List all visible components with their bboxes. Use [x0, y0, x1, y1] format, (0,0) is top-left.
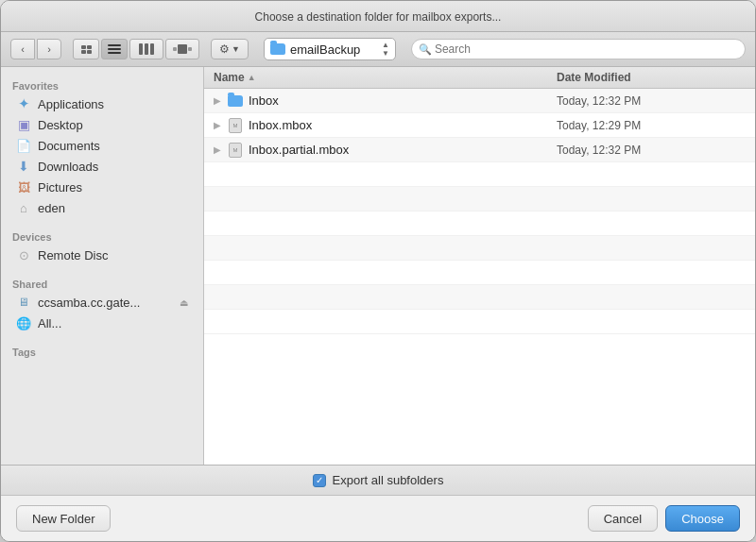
sidebar-item-all-label: All... — [38, 316, 61, 330]
sidebar-item-downloads-label: Downloads — [38, 160, 98, 174]
sidebar-item-applications[interactable]: ✦ Applications — [5, 93, 199, 114]
sidebar-item-desktop-label: Desktop — [38, 118, 83, 132]
main-content: Favorites ✦ Applications ▣ Desktop 📄 Doc… — [1, 67, 755, 465]
list-view-button[interactable] — [101, 39, 128, 59]
file-chooser-dialog: Choose a destination folder for mailbox … — [0, 0, 756, 542]
globe-icon: 🌐 — [16, 315, 31, 330]
folder-icon-small — [228, 95, 243, 107]
cancel-button[interactable]: Cancel — [588, 505, 658, 532]
expand-arrow[interactable]: ▶ — [214, 144, 227, 155]
mbox-icon: M — [229, 118, 242, 133]
file-icon — [227, 93, 244, 109]
date-column-label: Date Modified — [557, 71, 631, 84]
action-button[interactable]: ⚙ ▼ — [211, 39, 249, 59]
export-subfolders-checkbox[interactable]: ✓ — [313, 474, 326, 487]
table-row[interactable]: ▶ M Inbox.partial.mbox Today, 12:32 PM — [204, 138, 755, 162]
table-row-empty — [204, 236, 755, 261]
pictures-icon: 🖼 — [16, 179, 31, 195]
nav-buttons: ‹ › — [10, 39, 61, 59]
expand-arrow[interactable]: ▶ — [214, 95, 227, 106]
sidebar-item-eden-label: eden — [38, 201, 65, 215]
right-buttons: Cancel Choose — [588, 505, 740, 532]
folder-chevrons: ▲ ▼ — [382, 42, 389, 58]
column-view-button[interactable] — [129, 39, 163, 59]
network-icon: 🖥 — [16, 295, 31, 310]
expand-arrow[interactable]: ▶ — [214, 120, 227, 130]
home-icon: ⌂ — [16, 200, 31, 215]
sidebar: Favorites ✦ Applications ▣ Desktop 📄 Doc… — [1, 67, 204, 465]
current-folder-name: emailBackup — [290, 42, 360, 57]
checkbox-row: ✓ Export all subfolders — [313, 473, 444, 487]
sidebar-item-ccsamba-label: ccsamba.cc.gate... — [38, 296, 140, 310]
devices-header: Devices — [1, 226, 203, 245]
apps-icon: ✦ — [16, 96, 31, 111]
sidebar-item-documents-label: Documents — [38, 139, 100, 153]
sidebar-item-pictures-label: Pictures — [38, 180, 82, 195]
table-row[interactable]: ▶ M Inbox.mbox Today, 12:29 PM — [204, 113, 755, 138]
search-wrapper: 🔍 — [411, 39, 746, 59]
sort-arrow: ▲ — [248, 73, 256, 82]
file-date: Today, 12:32 PM — [557, 94, 746, 108]
file-icon: M — [227, 118, 244, 133]
table-row[interactable]: ▶ Inbox Today, 12:32 PM — [204, 89, 755, 113]
table-row-empty — [204, 162, 755, 187]
list-view-icon — [106, 42, 123, 56]
forward-button[interactable]: › — [37, 39, 61, 59]
file-name: Inbox — [249, 93, 557, 108]
downloads-icon: ⬇ — [16, 159, 31, 174]
sidebar-item-applications-label: Applications — [38, 97, 104, 111]
file-name: Inbox.mbox — [249, 118, 557, 132]
view-buttons — [73, 39, 199, 59]
cover-flow-icon — [171, 42, 194, 56]
export-subfolders-label: Export all subfolders — [333, 473, 444, 487]
back-button[interactable]: ‹ — [10, 39, 35, 59]
sidebar-item-ccsamba[interactable]: 🖥 ccsamba.cc.gate... ⏏ — [5, 292, 199, 313]
file-browser: Name ▲ Date Modified ▶ Inbox Today, 12:3… — [204, 67, 755, 465]
gear-icon: ⚙ — [219, 42, 230, 56]
date-column-header[interactable]: Date Modified — [557, 71, 746, 84]
sidebar-item-desktop[interactable]: ▣ Desktop — [5, 114, 199, 135]
new-folder-button[interactable]: New Folder — [16, 505, 111, 532]
choose-button[interactable]: Choose — [665, 505, 740, 532]
eject-icon[interactable]: ⏏ — [180, 297, 188, 308]
table-row-empty — [204, 187, 755, 212]
sidebar-item-remote-disc[interactable]: ⊙ Remote Disc — [5, 245, 199, 265]
file-date: Today, 12:32 PM — [557, 144, 746, 157]
icon-view-icon — [79, 43, 94, 56]
sidebar-item-remote-disc-label: Remote Disc — [38, 248, 108, 263]
folder-selector[interactable]: emailBackup ▲ ▼ — [264, 38, 396, 60]
cover-flow-button[interactable] — [165, 39, 199, 59]
sidebar-item-all[interactable]: 🌐 All... — [5, 313, 199, 333]
name-column-header[interactable]: Name ▲ — [214, 71, 557, 84]
documents-icon: 📄 — [16, 138, 31, 153]
mbox-icon: M — [229, 143, 242, 158]
toolbar: ‹ › — [1, 32, 755, 67]
file-name: Inbox.partial.mbox — [249, 143, 557, 157]
button-row: New Folder Cancel Choose — [1, 495, 755, 541]
search-input[interactable] — [411, 39, 746, 59]
shared-header: Shared — [1, 273, 203, 292]
favorites-header: Favorites — [1, 75, 203, 93]
table-row-empty — [204, 310, 755, 334]
export-options-bar: ✓ Export all subfolders — [1, 465, 755, 495]
disc-icon: ⊙ — [16, 247, 31, 263]
dialog-title: Choose a destination folder for mailbox … — [255, 10, 502, 24]
action-chevron: ▼ — [232, 44, 240, 54]
tags-header: Tags — [1, 341, 203, 360]
folder-icon — [270, 43, 285, 55]
table-row-empty — [204, 261, 755, 285]
file-list-header: Name ▲ Date Modified — [204, 67, 755, 89]
sidebar-item-eden[interactable]: ⌂ eden — [5, 197, 199, 218]
search-icon: 🔍 — [419, 43, 432, 56]
icon-view-button[interactable] — [73, 39, 99, 59]
title-bar: Choose a destination folder for mailbox … — [1, 1, 755, 32]
desktop-icon: ▣ — [16, 117, 31, 132]
file-date: Today, 12:29 PM — [557, 119, 746, 132]
sidebar-item-documents[interactable]: 📄 Documents — [5, 135, 199, 156]
name-column-label: Name — [214, 71, 245, 84]
table-row-empty — [204, 285, 755, 310]
sidebar-item-pictures[interactable]: 🖼 Pictures — [5, 177, 199, 197]
table-row-empty — [204, 212, 755, 236]
file-icon: M — [227, 143, 244, 158]
sidebar-item-downloads[interactable]: ⬇ Downloads — [5, 156, 199, 177]
